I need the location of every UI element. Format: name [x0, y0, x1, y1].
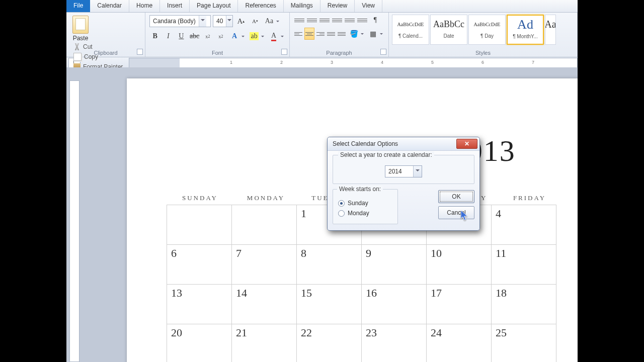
style-calendar[interactable]: AaBbCcDdE¶ Calend... [392, 15, 429, 45]
calendar-cell[interactable]: 7 [231, 244, 297, 285]
calendar-cell[interactable]: 9 [361, 244, 427, 285]
calendar-cell[interactable]: 11 [491, 244, 556, 285]
paste-label: Paste [73, 35, 89, 42]
style-monthyear[interactable]: Ad¶ MonthY... [507, 15, 544, 45]
group-label-styles: Styles [389, 50, 577, 56]
chevron-down-icon [359, 28, 365, 40]
font-name-combo[interactable]: Candara (Body) [149, 15, 211, 27]
clipboard-dialog-launcher[interactable] [137, 49, 143, 55]
calendar-cell[interactable]: 8 [296, 244, 362, 285]
calendar-cell[interactable]: 16 [361, 284, 427, 324]
show-marks-button[interactable]: ¶ [369, 14, 381, 26]
shading-button[interactable]: 🪣 [348, 28, 365, 40]
group-styles: AaBbCcDdE¶ Calend... AaBbCcDate AaBbCcDd… [389, 13, 578, 57]
calendar-cell[interactable]: 21 [231, 324, 297, 362]
year-legend: Select a year to create a calendar: [338, 151, 434, 158]
calendar-cell[interactable] [231, 205, 297, 245]
tab-insert[interactable]: Insert [160, 0, 190, 12]
chevron-down-icon [226, 16, 232, 27]
year-select[interactable]: 2014 [385, 165, 422, 177]
chevron-down-icon [378, 28, 384, 40]
decrease-indent-button[interactable] [332, 15, 343, 26]
tab-calendar[interactable]: Calendar [90, 0, 129, 12]
chevron-down-icon [199, 16, 206, 27]
group-label-paragraph: Paragraph [290, 50, 388, 56]
paste-icon [72, 16, 89, 34]
numbering-button[interactable] [306, 15, 317, 26]
italic-button[interactable]: I [163, 30, 174, 42]
chevron-down-icon [279, 30, 285, 42]
vertical-ruler[interactable] [69, 80, 79, 362]
tab-view[interactable]: View [355, 0, 382, 12]
style-date[interactable]: AaBbCcDate [430, 15, 467, 45]
line-spacing-button[interactable] [337, 28, 346, 39]
calendar-cell[interactable]: 10 [426, 244, 492, 285]
radio-icon [338, 210, 345, 217]
align-center-button[interactable] [304, 28, 314, 40]
font-dialog-launcher[interactable] [281, 49, 287, 55]
calendar-cell[interactable]: 22 [296, 324, 362, 362]
paragraph-dialog-launcher[interactable] [380, 49, 386, 55]
font-color-button[interactable]: A [268, 30, 285, 42]
tab-home[interactable]: Home [129, 0, 160, 12]
calendar-cell[interactable]: 6 [167, 244, 232, 285]
ok-button[interactable]: OK [438, 190, 474, 203]
superscript-button[interactable]: x2 [215, 30, 226, 42]
calendar-cell[interactable]: 23 [361, 324, 427, 362]
horizontal-ruler[interactable]: 1 2 3 4 5 6 7 [129, 58, 578, 68]
calendar-cell[interactable]: 13 [167, 284, 232, 324]
svg-marker-0 [461, 210, 467, 220]
day-header: SUNDAY [167, 194, 233, 205]
chevron-down-icon [275, 15, 281, 27]
style-day[interactable]: AaBbCcDdE¶ Day [468, 15, 506, 45]
bullets-button[interactable] [294, 15, 305, 26]
grow-font-button[interactable]: A▴ [235, 15, 247, 27]
sort-button[interactable] [357, 15, 368, 26]
change-case-button[interactable]: Aa [263, 15, 281, 27]
week-legend: Week starts on: [337, 186, 383, 193]
radio-sunday[interactable]: Sunday [338, 200, 393, 207]
subscript-button[interactable]: x2 [202, 30, 213, 42]
text-effects-button[interactable]: A [228, 30, 246, 42]
tab-pagelayout[interactable]: Page Layout [190, 0, 238, 12]
highlight-button[interactable]: ab [248, 30, 266, 42]
shrink-font-button[interactable]: A▾ [249, 15, 261, 27]
font-size-combo[interactable]: 40 [213, 15, 233, 27]
calendar-cell[interactable] [167, 205, 232, 245]
document-area: January 2013 SUNDAY MONDAY TUESDAY WEDNE… [66, 67, 578, 362]
paste-button[interactable]: Paste [70, 16, 91, 42]
styles-gallery[interactable]: AaBbCcDdE¶ Calend... AaBbCcDate AaBbCcDd… [392, 15, 574, 45]
calendar-cell[interactable]: 24 [426, 324, 492, 362]
style-more[interactable]: Aa [545, 15, 556, 45]
tab-mailings[interactable]: Mailings [284, 0, 320, 12]
multilevel-button[interactable] [319, 15, 330, 26]
calendar-cell[interactable]: 17 [426, 284, 492, 324]
align-right-button[interactable] [316, 28, 325, 39]
align-left-button[interactable] [294, 28, 303, 39]
strikethrough-button[interactable]: abc [189, 30, 200, 42]
radio-monday[interactable]: Monday [338, 210, 393, 217]
calendar-cell[interactable]: 15 [296, 284, 362, 324]
group-font: Candara (Body) 40 A▴ A▾ Aa B I U abc x2 … [145, 13, 290, 57]
tab-review[interactable]: Review [320, 0, 355, 12]
tab-references[interactable]: References [238, 0, 283, 12]
radio-icon [338, 200, 345, 207]
cut-label: Cut [83, 43, 93, 50]
underline-button[interactable]: U [176, 30, 187, 42]
borders-button[interactable]: ▦ [367, 28, 384, 40]
day-header: FRIDAY [497, 194, 562, 205]
group-paragraph: ¶ 🪣 ▦ Paragraph [290, 13, 389, 57]
font-size-value: 40 [213, 18, 226, 25]
calendar-cell[interactable]: 4 [491, 205, 556, 245]
calendar-cell[interactable]: 14 [231, 284, 297, 324]
ribbon-tabs: File Calendar Home Insert Page Layout Re… [66, 0, 578, 13]
calendar-cell[interactable]: 25 [491, 324, 556, 362]
justify-button[interactable] [327, 28, 336, 39]
bold-button[interactable]: B [149, 30, 160, 42]
tab-file[interactable]: File [66, 0, 90, 12]
calendar-cell[interactable]: 20 [167, 324, 232, 362]
close-button[interactable]: ✕ [456, 139, 477, 149]
calendar-cell[interactable]: 18 [491, 284, 556, 324]
increase-indent-button[interactable] [344, 15, 355, 26]
dialog-titlebar[interactable]: Select Calendar Options ✕ [328, 137, 479, 151]
